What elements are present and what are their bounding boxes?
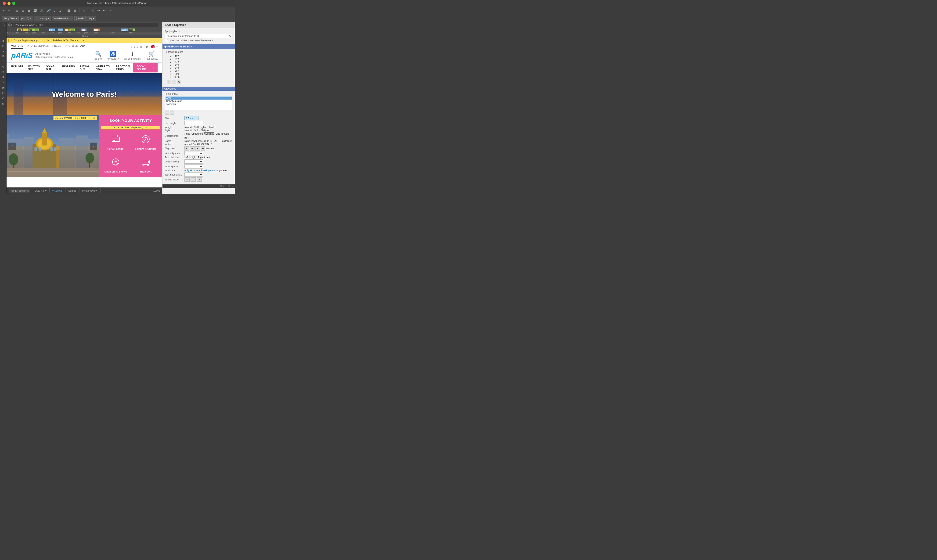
sidebar-circle-icon[interactable]: ● <box>1 49 6 53</box>
booking-item-passlib[interactable]: Paris Passlib' <box>101 131 131 154</box>
class-selector[interactable]: (no class) ▾ <box>34 16 51 21</box>
tab-dual-view[interactable]: Dual View <box>32 188 49 193</box>
tab-professionals[interactable]: PROFESSIONALS <box>27 45 49 49</box>
toolbar-save-icon[interactable]: ▦ <box>27 8 31 13</box>
toolbar-img-icon[interactable]: 🖼 <box>33 8 38 13</box>
booking-item-transport[interactable]: Transport <box>131 154 160 176</box>
align-left-button[interactable]: ≡ <box>185 146 189 151</box>
bp-450[interactable]: 450 <box>29 29 34 31</box>
slider-next-button[interactable]: › <box>90 143 97 150</box>
weight-bolder[interactable]: bolder <box>209 126 216 129</box>
nav-going-out[interactable]: GOING OUT <box>46 63 57 73</box>
bp-768[interactable]: 768 <box>65 29 70 31</box>
booking-item-leisure[interactable]: Leisure & Culture <box>131 131 160 154</box>
mq-item-2[interactable]: →0 → 479 <box>167 60 231 63</box>
book-online-button[interactable]: BOOK ONLINE › <box>133 63 158 72</box>
nav-what-to-see[interactable]: WHAT TO SEE <box>28 63 42 73</box>
slider-prev-button[interactable]: ‹ <box>8 143 16 150</box>
font-option-sans[interactable]: sans-serif <box>166 103 232 106</box>
nav-practical[interactable]: PRACTICAL PARIS <box>116 63 133 73</box>
style-italic[interactable]: Italic <box>194 129 199 132</box>
bp-1199[interactable]: 1199 <box>121 29 128 31</box>
mq-item-0[interactable]: →0 → 399 <box>167 54 231 57</box>
bp-1200[interactable]: 1200 <box>129 29 135 31</box>
deco-none[interactable]: None <box>185 132 190 135</box>
size-unit-selector[interactable]: ▾ <box>199 117 201 120</box>
mq-item-1[interactable]: →0 → 449 <box>167 57 231 60</box>
letter-spacing-select[interactable] <box>185 159 203 164</box>
font-list[interactable]: Arial Helvetica Neue sans-serif <box>165 96 232 110</box>
toolbar-minus-icon[interactable]: − <box>7 8 11 13</box>
hover-checkbox[interactable] <box>165 39 168 42</box>
font-option-arial[interactable]: Arial <box>166 97 232 100</box>
toolbar-anchor-icon[interactable]: ⚓ <box>39 8 45 13</box>
bp-900[interactable]: 900 <box>82 29 86 31</box>
weight-lighter[interactable]: lighter <box>201 126 207 129</box>
ww-normal[interactable]: only at normal break points <box>185 169 215 172</box>
mq-item-3[interactable]: →0 → 640 <box>167 63 231 66</box>
sidebar-u-icon[interactable]: U <box>1 65 6 69</box>
deco-blink[interactable]: blink <box>185 137 189 139</box>
toolbar-open-icon[interactable]: ⊟ <box>21 8 25 13</box>
toolbar-list-icon[interactable]: ☰ <box>66 8 71 13</box>
nav-shopping[interactable]: SHOPPING <box>62 63 75 73</box>
mq-item-7[interactable]: →0 → 1199 <box>167 75 231 78</box>
toolbar-plus-icon[interactable]: + <box>2 8 6 13</box>
tab-photo[interactable]: PHOTO LIBRARY <box>65 45 86 49</box>
bp-399[interactable]: 399 <box>17 29 22 31</box>
style-oblique[interactable]: Oblique <box>201 129 209 132</box>
booking-item-cabarets[interactable]: Cabarets & Shows <box>101 154 131 176</box>
font-add-button[interactable]: + <box>165 111 169 115</box>
sidebar-list1-icon[interactable]: ≡ <box>1 70 6 74</box>
facebook-icon[interactable]: f <box>131 45 132 48</box>
toolbar-undo-icon[interactable]: ↩ <box>96 8 101 13</box>
line-height-input[interactable] <box>185 121 203 125</box>
font-option-helvetica[interactable]: Helvetica Neue <box>166 100 232 103</box>
minimize-button[interactable] <box>8 2 11 5</box>
apply-styles-select[interactable]: this element only through its ID <box>165 34 232 38</box>
mq-item-6[interactable]: →0 → 999 <box>167 72 231 75</box>
sidebar-b-icon[interactable]: B <box>1 54 6 58</box>
close-button[interactable] <box>3 2 6 5</box>
language-dropdown-icon[interactable]: ▾ <box>156 45 158 48</box>
nav-eating-out[interactable]: EATING OUT <box>80 63 91 73</box>
style-normal[interactable]: Normal <box>185 129 192 132</box>
variant-small-caps[interactable]: SMALL CAPITALS <box>193 143 212 146</box>
accessibility-header-item[interactable]: ♿ Accessibility <box>106 51 119 60</box>
vert-alignment-select[interactable] <box>185 151 203 155</box>
writing-mode-vertical-button[interactable]: ↕ <box>191 177 196 182</box>
mq-add-button[interactable]: + <box>167 80 171 84</box>
instagram-icon[interactable]: i <box>144 45 145 48</box>
sidebar-list2-icon[interactable]: ≡ <box>1 75 6 79</box>
case-none[interactable]: None <box>185 140 190 142</box>
writing-mode-horizontal-button[interactable]: ↔ <box>185 177 189 182</box>
deco-underlined[interactable]: Underlined <box>191 132 203 135</box>
sidebar-code-icon[interactable]: <> <box>1 23 6 28</box>
align-justify-button[interactable]: ■ <box>201 146 205 151</box>
case-upper[interactable]: UPPER CASE <box>204 140 219 142</box>
mq-item-4[interactable]: →0 → 749 <box>167 66 231 69</box>
gplus-icon[interactable]: g <box>137 45 138 48</box>
tab-wysiwyg[interactable]: Wysiwyg <box>49 188 65 193</box>
sidebar-align-icon[interactable]: ▣ <box>1 85 6 90</box>
element-selector[interactable]: Body Text ▾ <box>2 16 19 21</box>
toolbar-new-icon[interactable]: ⊕ <box>15 8 19 13</box>
mq-edit-button[interactable]: ✎ <box>177 80 181 84</box>
variant-normal[interactable]: normal <box>185 143 192 146</box>
sidebar-excl-icon[interactable]: ! <box>1 34 6 38</box>
canvas[interactable]: <!-- Google Tag Manager (n...--> <!-- En… <box>6 38 162 188</box>
toolbar-music-icon[interactable]: ♪ <box>53 8 57 13</box>
sidebar-dots-icon[interactable]: ⋯ <box>1 107 6 111</box>
mq-remove-button[interactable]: − <box>172 80 176 84</box>
tab-visitors[interactable]: VISITORS <box>11 45 23 49</box>
writing-mode-mixed-button[interactable]: ↗ <box>197 177 202 182</box>
size-input[interactable] <box>185 116 198 120</box>
bp-749[interactable]: 749 <box>58 29 63 31</box>
search-header-item[interactable]: 🔍 Search <box>94 51 102 60</box>
basket-header-item[interactable]: 🛒 Your basket <box>145 51 158 60</box>
id-selector[interactable]: (no ID) ▾ <box>20 16 33 21</box>
bp-500[interactable]: 500 <box>34 29 39 31</box>
case-capitalized[interactable]: Capitalized <box>220 140 232 142</box>
sidebar-indent-icon[interactable]: ⇥ <box>1 80 6 85</box>
sidebar-plus2-icon[interactable]: ⊕ <box>1 96 6 100</box>
